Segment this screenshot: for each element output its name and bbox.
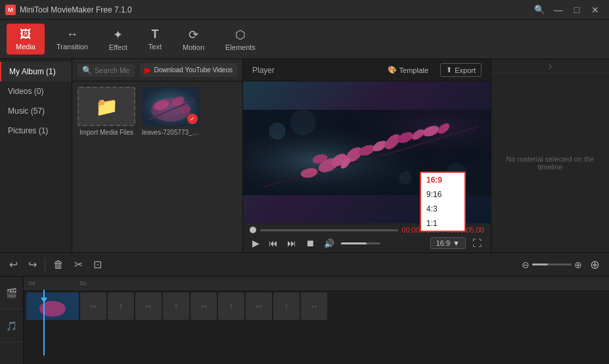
leaves-thumb: ✓ [142, 87, 200, 126]
clip-transition-5[interactable]: ↔ [301, 292, 327, 320]
maximize-button[interactable]: □ [568, 3, 585, 16]
search-input[interactable] [95, 66, 130, 74]
toolbar-item-motion[interactable]: ⟳ Motion [173, 24, 214, 55]
video-track: ↔ ↑ ↔ ↑ ↔ ↑ ↔ ↑ ↔ [24, 290, 609, 323]
toolbar-item-transition[interactable]: ↔ Transition [47, 24, 97, 55]
media-toolbar: 🔍 ▶ Download YouTube Videos [72, 59, 242, 81]
motion-icon: ⟳ [189, 28, 198, 42]
zoom-out-button[interactable]: ⊖ [522, 260, 530, 270]
export-button[interactable]: ⬆ Export [440, 63, 482, 77]
transition-icon: ↔ [66, 28, 78, 41]
text-icon: T [151, 28, 158, 41]
close-button[interactable]: ✕ [587, 3, 604, 16]
playhead-dot[interactable] [250, 227, 256, 233]
no-material-text: No material selected on the timeline [498, 155, 602, 171]
undo-button[interactable]: ↩ [7, 257, 20, 272]
elements-icon: ⬡ [235, 28, 246, 42]
ruler-mark-5s: 5s [78, 280, 89, 286]
volume-track[interactable] [341, 242, 380, 244]
app-title: MiniTool MovieMaker Free 7.1.0 [20, 5, 534, 14]
video-clip-main[interactable] [26, 292, 79, 320]
template-icon: 🎨 [388, 66, 397, 74]
transition-label: Transition [56, 43, 88, 51]
template-button[interactable]: 🎨 Template [382, 64, 434, 76]
clip-transition-4[interactable]: ↔ [246, 292, 272, 320]
clip-slot-2[interactable]: ↑ [163, 292, 189, 320]
clip-slot-1[interactable]: ↑ [108, 292, 134, 320]
add-media-button[interactable]: ⊕ [587, 256, 602, 273]
toolbar: 🖼 Media ↔ Transition ✦ Effect T Text ⟳ M… [0, 20, 609, 59]
control-buttons: ▶ ⏮ ⏭ ⏹ 🔊 16:9 ▼ 16:9 [250, 237, 484, 250]
redo-button[interactable]: ↪ [26, 257, 39, 272]
toolbar-item-text[interactable]: T Text [139, 24, 171, 55]
clip-transition-3[interactable]: ↔ [191, 292, 217, 320]
search-icon: 🔍 [82, 66, 92, 75]
zoom-in-button[interactable]: ⊕ [574, 260, 582, 270]
timeline-playhead [43, 290, 45, 355]
motion-label: Motion [183, 43, 204, 51]
leaves-label: leaves-7205773_1920 [142, 129, 200, 136]
delete-button[interactable]: 🗑 [51, 258, 66, 272]
sidebar-item-my-album[interactable]: My Album (1) [0, 62, 72, 81]
timeline-tracks: 0s 5s ↔ [24, 277, 609, 364]
next-frame-button[interactable]: ⏭ [284, 237, 299, 250]
svg-point-24 [399, 171, 412, 185]
stop-button[interactable]: ⏹ [303, 237, 317, 250]
ruler-mark-0s: 0s [26, 280, 38, 286]
yt-label: Download YouTube Videos [154, 66, 233, 74]
sidebar-item-pictures[interactable]: Pictures (1) [0, 121, 72, 141]
aspect-ratio-dropdown[interactable]: 16:9 ▼ 16:9 9:16 4:3 1:1 [430, 237, 466, 249]
clip-thumbnail [26, 292, 79, 320]
toolbar-item-effect[interactable]: ✦ Effect [100, 24, 137, 55]
toolbar-item-elements[interactable]: ⬡ Elements [216, 24, 265, 55]
volume-icon: 🔊 [321, 237, 337, 250]
cut-button[interactable]: ✂ [72, 257, 85, 272]
titlebar: M MiniTool MovieMaker Free 7.1.0 🔍 — □ ✕ [0, 0, 609, 20]
clip-slot-3[interactable]: ↑ [218, 292, 244, 320]
playhead-triangle [41, 298, 47, 303]
fullscreen-button[interactable]: ⛶ [470, 237, 484, 250]
sidebar-item-music[interactable]: Music (57) [0, 101, 72, 121]
minimize-button[interactable]: — [550, 3, 567, 16]
aspect-ratio-button[interactable]: 16:9 ▼ [430, 237, 466, 249]
zoom-control: ⊖ ⊕ [522, 260, 582, 270]
prev-frame-button[interactable]: ⏮ [266, 237, 281, 250]
timeline-track-icons: 🎬 🎵 [0, 277, 24, 364]
svg-point-22 [269, 123, 286, 140]
search-box: 🔍 [78, 64, 135, 77]
import-label: Import Media Files [78, 129, 135, 136]
play-button[interactable]: ▶ [250, 237, 262, 250]
player-controls: 00:00:00.00 / 00:00:05.00 ▶ ⏮ ⏭ ⏹ 🔊 [243, 223, 491, 252]
collapse-arrow[interactable]: › [491, 59, 609, 74]
clip-transition-2[interactable]: ↔ [135, 292, 162, 320]
aspect-option-4-3[interactable]: 4:3 [421, 202, 464, 216]
aspect-value: 16:9 [436, 239, 450, 247]
zoom-track[interactable] [532, 263, 572, 265]
import-media-item[interactable]: 📁 Import Media Files [78, 87, 135, 136]
progress-track[interactable] [260, 229, 398, 231]
sidebar-item-videos[interactable]: Videos (0) [0, 81, 72, 101]
leaves-media-item[interactable]: ✓ leaves-7205773_1920 [142, 87, 200, 136]
right-panel: › No material selected on the timeline [491, 59, 609, 252]
clip-slot-4[interactable]: ↑ [273, 292, 300, 320]
clip-thumb-svg [26, 292, 79, 320]
aspect-ratio-menu: 16:9 9:16 4:3 1:1 [420, 171, 466, 232]
aspect-option-1-1[interactable]: 1:1 [421, 216, 464, 231]
timeline: ↩ ↪ 🗑 ✂ ⊡ ⊖ ⊕ ⊕ 🎬 🎵 0s 5s [0, 252, 609, 364]
tracks-container: ↔ ↑ ↔ ↑ ↔ ↑ ↔ ↑ ↔ [24, 290, 609, 355]
template-label: Template [399, 66, 429, 74]
clip-transition-1[interactable]: ↔ [80, 292, 106, 320]
crop-button[interactable]: ⊡ [91, 257, 104, 272]
aspect-option-9-16[interactable]: 9:16 [421, 187, 464, 202]
main-area: My Album (1) Videos (0) Music (57) Pictu… [0, 59, 609, 252]
timeline-content: 🎬 🎵 0s 5s [0, 277, 609, 364]
lock-icon: 🔍 [534, 5, 545, 14]
download-youtube-button[interactable]: ▶ Download YouTube Videos [140, 63, 237, 77]
toolbar-divider-1 [45, 258, 45, 271]
export-icon: ⬆ [446, 66, 452, 74]
timeline-ruler: 0s 5s [24, 277, 609, 290]
svg-point-25 [290, 110, 316, 135]
toolbar-item-media[interactable]: 🖼 Media [7, 24, 45, 55]
media-panel: 🔍 ▶ Download YouTube Videos 📁 Import Med… [72, 59, 243, 252]
aspect-option-16-9[interactable]: 16:9 [421, 173, 464, 187]
